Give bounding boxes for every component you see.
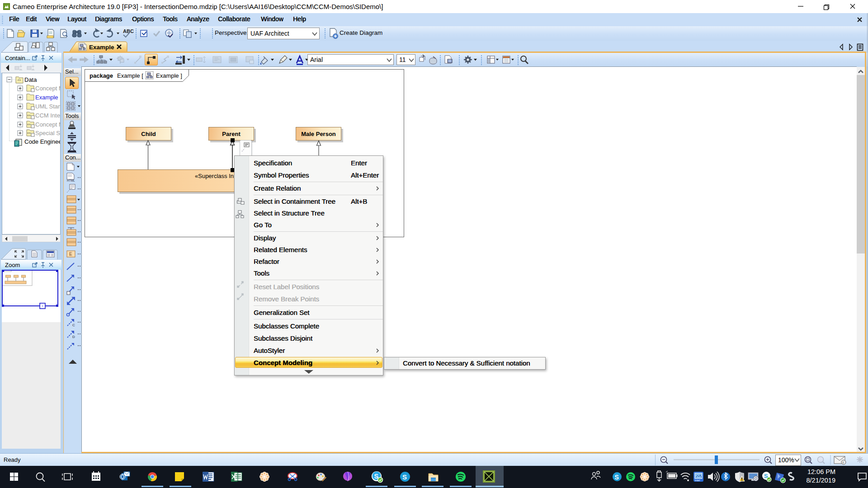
svg-text:100%: 100% bbox=[778, 456, 794, 464]
svg-text:«»: «» bbox=[27, 131, 31, 135]
svg-text:HTML: HTML bbox=[67, 179, 75, 182]
svg-text:intel: intel bbox=[695, 479, 700, 482]
svg-text:S: S bbox=[402, 473, 407, 481]
svg-text:«»: «» bbox=[27, 123, 31, 126]
svg-text:i: i bbox=[843, 460, 844, 465]
svg-text:E: E bbox=[69, 252, 72, 257]
svg-text:Example: Example bbox=[89, 44, 114, 51]
svg-text:C: C bbox=[72, 323, 75, 327]
svg-text:«»: «» bbox=[27, 114, 31, 117]
svg-text:ABC: ABC bbox=[123, 28, 134, 34]
svg-text:S: S bbox=[615, 474, 619, 481]
svg-text:D: D bbox=[72, 335, 75, 339]
